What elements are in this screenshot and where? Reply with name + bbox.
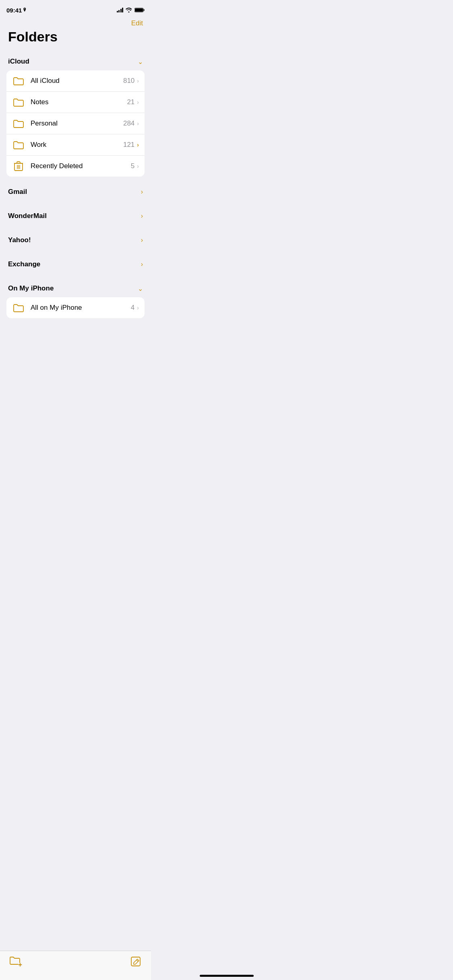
time-label: 09:41: [6, 7, 22, 14]
folder-count-all-on-my-iphone: 4: [131, 304, 134, 312]
section-title-wondermail: WonderMail: [8, 212, 47, 220]
header: Edit: [0, 18, 151, 27]
section-title-exchange: Exchange: [8, 260, 40, 268]
on-my-iphone-folder-card: All on My iPhone 4 ›: [6, 297, 145, 318]
folder-icon-work: [12, 139, 25, 150]
icloud-folder-card: All iCloud 810 › Notes 21 › Personal 284: [6, 70, 145, 177]
section-header-gmail[interactable]: Gmail ›: [6, 183, 145, 201]
folder-name-all-on-my-iphone: All on My iPhone: [31, 304, 131, 312]
folder-row-all-icloud[interactable]: All iCloud 810 ›: [6, 70, 145, 92]
separator-yahoo: [6, 249, 145, 255]
folder-name-recently-deleted: Recently Deleted: [31, 162, 131, 170]
separator-wondermail: [6, 225, 145, 231]
folder-icon-personal: [12, 118, 25, 129]
section-title-icloud: iCloud: [8, 58, 29, 66]
location-icon: [23, 8, 27, 12]
folder-row-work[interactable]: Work 121 ›: [6, 134, 145, 156]
folder-count-all-icloud: 810: [123, 77, 134, 85]
folder-name-work: Work: [31, 141, 123, 149]
section-header-exchange[interactable]: Exchange ›: [6, 255, 145, 273]
folder-name-all-icloud: All iCloud: [31, 77, 123, 85]
folder-count-recently-deleted: 5: [131, 162, 134, 170]
separator-exchange: [6, 273, 145, 280]
section-header-wondermail[interactable]: WonderMail ›: [6, 207, 145, 225]
toolbar-spacer: [6, 325, 145, 357]
row-chevron-recently-deleted: ›: [137, 163, 139, 169]
section-title-yahoo: Yahoo!: [8, 236, 31, 244]
row-chevron-notes: ›: [137, 99, 139, 105]
folder-count-personal: 284: [123, 119, 134, 128]
status-time: 09:41: [6, 7, 27, 14]
folder-icon-all-on-my-iphone: [12, 302, 25, 313]
content: iCloud ⌄ All iCloud 810 › Notes 21 ›: [0, 53, 151, 357]
section-title-gmail: Gmail: [8, 188, 27, 196]
section-header-on-my-iphone[interactable]: On My iPhone ⌄: [6, 280, 145, 297]
yahoo-chevron-icon: ›: [141, 237, 143, 244]
trash-icon-recently-deleted: [12, 161, 25, 172]
folder-row-recently-deleted[interactable]: Recently Deleted 5 ›: [6, 156, 145, 177]
row-chevron-all-icloud: ›: [137, 78, 139, 84]
section-header-yahoo[interactable]: Yahoo! ›: [6, 231, 145, 249]
section-title-on-my-iphone: On My iPhone: [8, 284, 54, 292]
folder-count-notes: 21: [127, 98, 134, 106]
status-icons: [117, 8, 145, 12]
separator-gmail: [6, 201, 145, 207]
folder-name-notes: Notes: [31, 98, 127, 106]
folder-row-notes[interactable]: Notes 21 ›: [6, 92, 145, 113]
row-chevron-personal: ›: [137, 120, 139, 127]
wondermail-chevron-icon: ›: [141, 212, 143, 220]
wifi-icon: [126, 8, 132, 12]
row-chevron-all-on-my-iphone: ›: [137, 305, 139, 311]
svg-rect-2: [144, 9, 145, 11]
folder-name-personal: Personal: [31, 119, 123, 128]
folder-row-all-on-my-iphone[interactable]: All on My iPhone 4 ›: [6, 297, 145, 318]
section-header-icloud[interactable]: iCloud ⌄: [6, 53, 145, 70]
icloud-chevron-icon: ⌄: [138, 58, 143, 66]
on-my-iphone-chevron-icon: ⌄: [138, 285, 143, 292]
folder-row-personal[interactable]: Personal 284 ›: [6, 113, 145, 134]
folder-icon-all-icloud: [12, 75, 25, 86]
signal-bars: [117, 8, 124, 12]
battery-icon: [134, 8, 145, 12]
gmail-chevron-icon: ›: [141, 188, 143, 196]
page-title: Folders: [0, 27, 151, 53]
exchange-chevron-icon: ›: [141, 261, 143, 268]
folder-count-work: 121: [123, 141, 134, 149]
edit-button[interactable]: Edit: [131, 19, 143, 27]
status-bar: 09:41: [0, 0, 151, 18]
row-chevron-work: ›: [137, 142, 139, 148]
svg-rect-1: [135, 8, 143, 12]
folder-icon-notes: [12, 97, 25, 108]
